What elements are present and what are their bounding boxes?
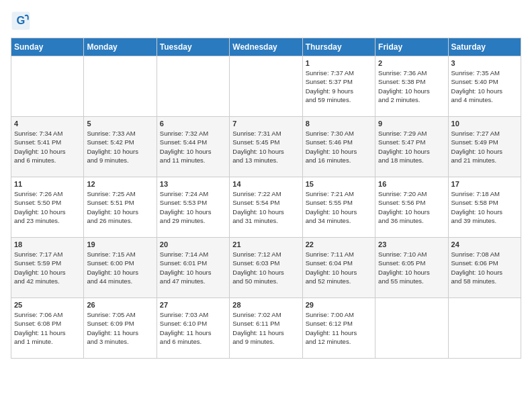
- day-info: Sunrise: 7:35 AMSunset: 5:40 PMDaylight:…: [451, 68, 518, 104]
- day-info: Sunrise: 7:20 AMSunset: 5:56 PMDaylight:…: [378, 189, 445, 225]
- weekday-header-wednesday: Wednesday: [230, 38, 302, 56]
- day-info: Sunrise: 7:06 AMSunset: 6:08 PMDaylight:…: [14, 310, 81, 346]
- day-number: 20: [160, 240, 226, 248]
- week-row-2: 4Sunrise: 7:34 AMSunset: 5:41 PMDaylight…: [11, 117, 521, 177]
- calendar-cell: 29Sunrise: 7:00 AMSunset: 6:12 PMDayligh…: [302, 298, 375, 359]
- weekday-header-thursday: Thursday: [302, 38, 375, 56]
- day-number: 25: [14, 301, 81, 309]
- calendar-table: SundayMondayTuesdayWednesdayThursdayFrid…: [11, 38, 521, 359]
- weekday-header-monday: Monday: [84, 38, 157, 56]
- day-number: 23: [378, 240, 445, 248]
- day-info: Sunrise: 7:00 AMSunset: 6:12 PMDaylight:…: [306, 310, 372, 346]
- day-number: 22: [306, 240, 372, 248]
- weekday-header-saturday: Saturday: [448, 38, 521, 56]
- calendar-cell: 28Sunrise: 7:02 AMSunset: 6:11 PMDayligh…: [230, 298, 302, 359]
- week-row-5: 25Sunrise: 7:06 AMSunset: 6:08 PMDayligh…: [11, 298, 521, 359]
- calendar-body: 1Sunrise: 7:37 AMSunset: 5:37 PMDaylight…: [11, 56, 521, 359]
- day-number: 10: [451, 120, 518, 128]
- calendar-cell: 13Sunrise: 7:24 AMSunset: 5:53 PMDayligh…: [157, 177, 229, 238]
- day-number: 24: [451, 240, 518, 248]
- day-info: Sunrise: 7:10 AMSunset: 6:05 PMDaylight:…: [378, 250, 445, 285]
- day-info: Sunrise: 7:29 AMSunset: 5:47 PMDaylight:…: [378, 129, 445, 165]
- day-info: Sunrise: 7:24 AMSunset: 5:53 PMDaylight:…: [160, 189, 226, 225]
- day-number: 3: [451, 59, 518, 67]
- day-number: 17: [451, 180, 518, 188]
- weekday-row: SundayMondayTuesdayWednesdayThursdayFrid…: [11, 38, 521, 56]
- day-number: 13: [160, 180, 226, 188]
- calendar-cell: 25Sunrise: 7:06 AMSunset: 6:08 PMDayligh…: [11, 298, 84, 359]
- calendar-cell: 7Sunrise: 7:31 AMSunset: 5:45 PMDaylight…: [230, 117, 302, 177]
- day-number: 6: [160, 120, 226, 128]
- svg-text:G: G: [17, 14, 26, 26]
- day-number: 26: [87, 301, 153, 309]
- calendar-cell: 19Sunrise: 7:15 AMSunset: 6:00 PMDayligh…: [84, 238, 157, 298]
- calendar-cell: [84, 56, 157, 117]
- day-info: Sunrise: 7:08 AMSunset: 6:06 PMDaylight:…: [451, 250, 518, 285]
- day-number: 15: [306, 180, 372, 188]
- day-number: 21: [232, 240, 299, 248]
- calendar-cell: 21Sunrise: 7:12 AMSunset: 6:03 PMDayligh…: [230, 238, 302, 298]
- day-number: 9: [378, 120, 445, 128]
- day-number: 1: [306, 59, 372, 67]
- week-row-3: 11Sunrise: 7:26 AMSunset: 5:50 PMDayligh…: [11, 177, 521, 238]
- day-info: Sunrise: 7:27 AMSunset: 5:49 PMDaylight:…: [451, 129, 518, 165]
- calendar-cell: 10Sunrise: 7:27 AMSunset: 5:49 PMDayligh…: [448, 117, 521, 177]
- weekday-header-sunday: Sunday: [11, 38, 84, 56]
- day-number: 18: [14, 240, 81, 248]
- day-info: Sunrise: 7:21 AMSunset: 5:55 PMDaylight:…: [306, 189, 372, 225]
- day-info: Sunrise: 7:22 AMSunset: 5:54 PMDaylight:…: [232, 189, 299, 225]
- calendar-cell: 5Sunrise: 7:33 AMSunset: 5:42 PMDaylight…: [84, 117, 157, 177]
- day-info: Sunrise: 7:17 AMSunset: 5:59 PMDaylight:…: [14, 250, 81, 285]
- day-number: 4: [14, 120, 81, 128]
- calendar-cell: 24Sunrise: 7:08 AMSunset: 6:06 PMDayligh…: [448, 238, 521, 298]
- day-info: Sunrise: 7:14 AMSunset: 6:01 PMDaylight:…: [160, 250, 226, 285]
- day-number: 12: [87, 180, 153, 188]
- calendar-cell: 26Sunrise: 7:05 AMSunset: 6:09 PMDayligh…: [84, 298, 157, 359]
- day-number: 16: [378, 180, 445, 188]
- week-row-4: 18Sunrise: 7:17 AMSunset: 5:59 PMDayligh…: [11, 238, 521, 298]
- calendar-cell: [448, 298, 521, 359]
- calendar-cell: 16Sunrise: 7:20 AMSunset: 5:56 PMDayligh…: [375, 177, 448, 238]
- day-info: Sunrise: 7:25 AMSunset: 5:51 PMDaylight:…: [87, 189, 153, 225]
- calendar-cell: 12Sunrise: 7:25 AMSunset: 5:51 PMDayligh…: [84, 177, 157, 238]
- weekday-header-friday: Friday: [375, 38, 448, 56]
- calendar-cell: 6Sunrise: 7:32 AMSunset: 5:44 PMDaylight…: [157, 117, 229, 177]
- calendar-cell: 8Sunrise: 7:30 AMSunset: 5:46 PMDaylight…: [302, 117, 375, 177]
- day-number: 29: [306, 301, 372, 309]
- weekday-header-tuesday: Tuesday: [157, 38, 229, 56]
- day-info: Sunrise: 7:05 AMSunset: 6:09 PMDaylight:…: [87, 310, 153, 346]
- day-number: 5: [87, 120, 153, 128]
- calendar-cell: 23Sunrise: 7:10 AMSunset: 6:05 PMDayligh…: [375, 238, 448, 298]
- calendar-cell: 9Sunrise: 7:29 AMSunset: 5:47 PMDaylight…: [375, 117, 448, 177]
- calendar-cell: 18Sunrise: 7:17 AMSunset: 5:59 PMDayligh…: [11, 238, 84, 298]
- day-number: 27: [160, 301, 226, 309]
- day-info: Sunrise: 7:37 AMSunset: 5:37 PMDaylight:…: [306, 68, 372, 104]
- calendar-cell: 27Sunrise: 7:03 AMSunset: 6:10 PMDayligh…: [157, 298, 229, 359]
- calendar-cell: 15Sunrise: 7:21 AMSunset: 5:55 PMDayligh…: [302, 177, 375, 238]
- day-info: Sunrise: 7:12 AMSunset: 6:03 PMDaylight:…: [232, 250, 299, 285]
- day-info: Sunrise: 7:03 AMSunset: 6:10 PMDaylight:…: [160, 310, 226, 346]
- calendar-cell: 17Sunrise: 7:18 AMSunset: 5:58 PMDayligh…: [448, 177, 521, 238]
- calendar-cell: 3Sunrise: 7:35 AMSunset: 5:40 PMDaylight…: [448, 56, 521, 117]
- calendar-cell: 11Sunrise: 7:26 AMSunset: 5:50 PMDayligh…: [11, 177, 84, 238]
- page-header: G: [11, 11, 521, 31]
- day-info: Sunrise: 7:26 AMSunset: 5:50 PMDaylight:…: [14, 189, 81, 225]
- calendar-cell: [157, 56, 229, 117]
- calendar-cell: 1Sunrise: 7:37 AMSunset: 5:37 PMDaylight…: [302, 56, 375, 117]
- calendar-cell: 22Sunrise: 7:11 AMSunset: 6:04 PMDayligh…: [302, 238, 375, 298]
- day-number: 19: [87, 240, 153, 248]
- day-number: 14: [232, 180, 299, 188]
- day-info: Sunrise: 7:36 AMSunset: 5:38 PMDaylight:…: [378, 68, 445, 104]
- calendar-cell: 2Sunrise: 7:36 AMSunset: 5:38 PMDaylight…: [375, 56, 448, 117]
- day-number: 28: [232, 301, 299, 309]
- day-info: Sunrise: 7:31 AMSunset: 5:45 PMDaylight:…: [232, 129, 299, 165]
- calendar-cell: 14Sunrise: 7:22 AMSunset: 5:54 PMDayligh…: [230, 177, 302, 238]
- day-info: Sunrise: 7:30 AMSunset: 5:46 PMDaylight:…: [306, 129, 372, 165]
- day-info: Sunrise: 7:33 AMSunset: 5:42 PMDaylight:…: [87, 129, 153, 165]
- calendar-cell: 20Sunrise: 7:14 AMSunset: 6:01 PMDayligh…: [157, 238, 229, 298]
- day-number: 2: [378, 59, 445, 67]
- logo-icon: G: [11, 11, 31, 31]
- day-info: Sunrise: 7:34 AMSunset: 5:41 PMDaylight:…: [14, 129, 81, 165]
- day-info: Sunrise: 7:11 AMSunset: 6:04 PMDaylight:…: [306, 250, 372, 285]
- calendar-cell: [11, 56, 84, 117]
